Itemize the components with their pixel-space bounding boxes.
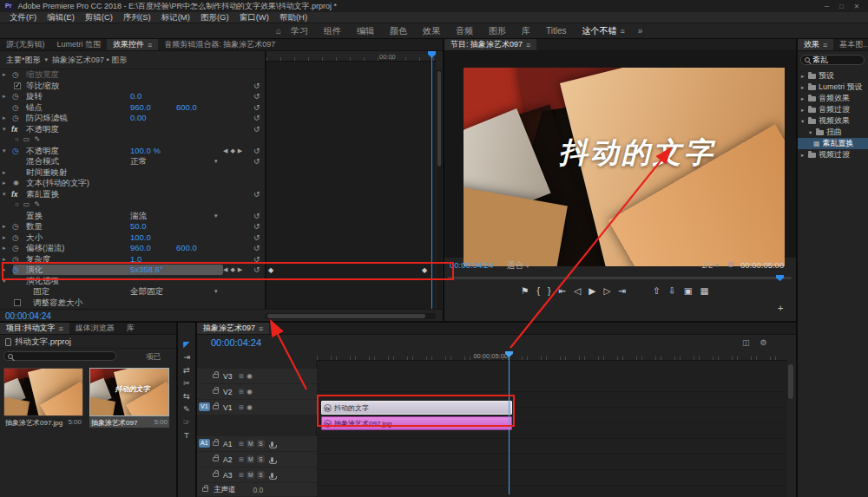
menu-item[interactable]: 文件(F) [4, 12, 42, 23]
mark-in-button[interactable]: { [536, 285, 540, 296]
track-lock-icon[interactable] [213, 473, 219, 477]
clip-thumbnail[interactable]: 抖动的文字 [89, 368, 169, 416]
sync-lock-icon[interactable]: ⊞ [239, 441, 244, 448]
reset-icon[interactable]: ↺ [253, 221, 260, 232]
clip-thumbnail[interactable] [3, 368, 83, 416]
go-to-in-button[interactable]: ⇤ [558, 285, 566, 296]
track-lock-icon[interactable] [202, 487, 208, 492]
export-frame-button[interactable]: ▣ [684, 285, 693, 296]
source-track-indicator[interactable]: A1 [199, 439, 210, 448]
expander-icon[interactable]: ▸ [3, 167, 6, 179]
chevron-icon[interactable]: ▸ [801, 107, 808, 114]
effect-property-row[interactable]: ◷ fx ◉ ○▭✎ 固定 全部固定 ▾ ◀◆▶ ↺ ◆ ◆ [0, 286, 436, 298]
comparison-view-button[interactable]: ▦ [700, 285, 709, 296]
source-track-indicator[interactable]: V1 [199, 402, 210, 411]
track-name[interactable]: A3 [223, 471, 236, 480]
project-item[interactable]: 抖动的文字 抽象涂艺术097 5:00 [89, 368, 169, 428]
prev-keyframe-icon[interactable]: ◀ [223, 146, 227, 157]
panel-tab[interactable]: 效果控件 ≡ [107, 39, 158, 50]
workspace-tab[interactable]: Titles ≡ [538, 25, 575, 37]
effects-tree-item[interactable]: ▾ ▦ 扭曲 [798, 127, 868, 138]
timeline-clip-image[interactable]: fx 抽象涂艺术097.jpg [321, 416, 512, 430]
reset-icon[interactable]: ↺ [253, 232, 260, 244]
video-track-header[interactable]: V1 V1 ⊞ ◉ [197, 400, 317, 415]
prev-keyframe-icon[interactable]: ◀ [223, 265, 227, 276]
chevron-icon[interactable]: ▸ [801, 73, 808, 80]
effect-property-row[interactable]: ▸ ◷ fx ◉ ○▭✎ 数量 50.0 ▾ ◀◆▶ ↺ ◆ ◆ [0, 221, 436, 232]
effect-property-row[interactable]: ◷ fx ◉ ○▭✎ ▾ ◀◆▶ ↺ ◆ ◆ [0, 199, 436, 211]
dropdown-value[interactable]: 湍流 [130, 211, 147, 222]
effect-property-row[interactable]: ▸ ◷ fx ◉ ○▭✎ 文本(抖动的文字) ▾ ◀◆▶ ↺ ◆ ◆ [0, 178, 436, 189]
pen-mask-icon[interactable]: ✎ [34, 135, 44, 143]
expander-icon[interactable]: ▸ [3, 232, 6, 244]
item-name[interactable]: 抽象涂艺术097 [91, 418, 137, 428]
ellipse-mask-icon[interactable]: ○ [15, 200, 23, 208]
effect-property-row[interactable]: ▸ ◷ fx ◉ ○▭✎ 复杂度 1.0 ▾ ◀◆▶ ↺ ◆ ◆ [0, 254, 436, 265]
panel-tab[interactable]: 源:(无剪辑) ≡ [0, 39, 51, 50]
caret-down-icon[interactable]: ▾ [45, 56, 49, 63]
menu-item[interactable]: 帮助(H) [274, 12, 312, 23]
menu-item[interactable]: 序列(S) [118, 12, 156, 23]
keyframe-diamond[interactable]: ◆ [422, 265, 427, 277]
workspace-overflow-icon[interactable]: » [638, 26, 643, 36]
reset-icon[interactable]: ↺ [253, 102, 260, 114]
property-value[interactable]: 100.0 [130, 232, 151, 244]
add-keyframe-icon[interactable]: ◆ [230, 146, 234, 157]
sync-lock-icon[interactable]: ⊞ [239, 389, 244, 396]
master-track-value[interactable]: 0.0 [253, 486, 264, 494]
stopwatch-icon[interactable]: ◷ [12, 232, 19, 244]
ripple-edit-tool[interactable]: ⇄ [183, 366, 190, 375]
expander-icon[interactable]: ▸ [3, 254, 6, 265]
workspace-menu-icon[interactable]: ≡ [621, 27, 625, 36]
item-name[interactable]: 抽象涂艺术097.jpg [5, 418, 62, 428]
workspace-tab[interactable]: 编辑 ≡ [349, 25, 382, 37]
track-select-forward-tool[interactable]: ⇥ [183, 353, 190, 362]
menu-item[interactable]: 标记(M) [156, 12, 195, 23]
timeline-ruler[interactable]: 00:00:05:00 [317, 351, 787, 361]
solo-button[interactable]: S [257, 455, 264, 463]
selection-tool[interactable]: ◤ [183, 340, 189, 349]
add-keyframe-icon[interactable]: ◆ [230, 265, 234, 276]
effects-tree-item[interactable]: ▦ 紊乱置换 [798, 138, 868, 149]
expander-icon[interactable]: ▸ [3, 221, 6, 232]
scrub-playhead[interactable] [776, 275, 784, 281]
reset-icon[interactable]: ↺ [253, 254, 260, 265]
expander-icon[interactable]: ▾ [3, 146, 6, 157]
track-name[interactable]: V1 [223, 403, 236, 412]
stopwatch-icon[interactable]: ◷ [12, 102, 19, 114]
checkbox[interactable] [14, 299, 21, 306]
effect-property-row[interactable]: ▸ ◷ fx ◉ ○▭✎ 大小 100.0 ▾ ◀◆▶ ↺ ◆ ◆ [0, 232, 436, 244]
effects-tree-item[interactable]: ▸ ▦ 音频过渡 [798, 104, 868, 115]
dropdown-caret-icon[interactable]: ▾ [214, 211, 218, 222]
menu-item[interactable]: 剪辑(C) [80, 12, 118, 23]
effect-property-row[interactable]: ▾ ◷ fx ◉ ○▭✎ 不透明度 100.0 % ▾ ◀◆▶ ↺ ◆ ◆ [0, 146, 436, 157]
effect-property-row[interactable]: ◷ fx ◉ ○▭✎ 调整容差大小 ▾ ◀◆▶ ↺ ◆ ◆ [0, 298, 436, 309]
effects-tree-item[interactable]: ▸ ▦ 视频过渡 [798, 149, 868, 160]
effect-property-row[interactable]: ◷ fx ◉ ○▭✎ 混合模式 正常 ▾ ◀◆▶ ↺ ◆ ◆ [0, 156, 436, 167]
stopwatch-icon[interactable]: ◷ [12, 91, 19, 102]
dropdown-value[interactable]: 全部固定 [130, 286, 163, 298]
dropdown-caret-icon[interactable]: ▾ [214, 156, 218, 167]
reset-icon[interactable]: ↺ [253, 146, 260, 157]
property-value-2[interactable]: 600.0 [176, 102, 197, 114]
mic-icon[interactable] [271, 441, 273, 447]
effect-property-row[interactable]: ◷ fx ◉ ○▭✎ ▾ ◀◆▶ ↺ ◆ ◆ [0, 134, 436, 146]
workspace-tab[interactable]: 学习 ≡ [283, 25, 316, 37]
mini-timeline-ruler[interactable]: 00:00 [266, 51, 437, 62]
step-back-button[interactable]: ◁ [574, 285, 581, 296]
horizontal-scrollbar[interactable] [266, 313, 436, 319]
project-item[interactable]: 抽象涂艺术097.jpg 5:00 [3, 368, 83, 428]
effect-property-row[interactable]: ▾ ◷ fx ◉ ○▭✎ 演化选项 ▾ ◀◆▶ ↺ ◆ ◆ [0, 276, 436, 287]
workspace-tab[interactable]: 颜色 ≡ [382, 25, 415, 37]
effect-property-row[interactable]: ▸ ◷ fx ◉ ○▭✎ 旋转 0.0 ▾ ◀◆▶ ↺ ◆ ◆ [0, 91, 436, 102]
workspace-tab[interactable]: 图形 ≡ [481, 25, 514, 37]
add-marker-button[interactable]: ⚑ [521, 285, 529, 296]
chevron-icon[interactable]: ▾ [809, 129, 816, 136]
track-output-icon[interactable]: ◉ [247, 372, 253, 380]
timeline-vertical-scrollbar[interactable] [788, 364, 793, 399]
mute-button[interactable]: M [247, 455, 254, 463]
sync-lock-icon[interactable]: ⊞ [239, 373, 244, 380]
effect-property-row[interactable]: ▸ ◷ fx ◉ ○▭✎ 时间重映射 ▾ ◀◆▶ ↺ ◆ ◆ [0, 167, 436, 179]
audio-track-header[interactable]: A1 A1 ⊞ M S [197, 436, 317, 451]
panel-tab[interactable]: Lumetri 范围 ≡ [51, 39, 108, 50]
